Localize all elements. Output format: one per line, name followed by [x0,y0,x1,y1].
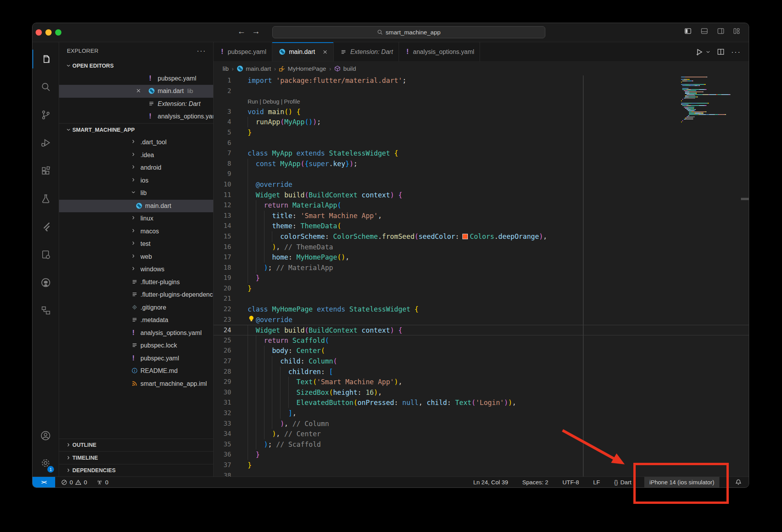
account-icon[interactable] [32,422,59,449]
encoding-status[interactable]: UTF-8 [561,479,581,485]
remote-indicator[interactable]: >< [32,477,55,487]
code-line-15[interactable]: 15colorScheme: ColorScheme.fromSeed(seed… [214,231,749,242]
code-line-10[interactable]: 10@override [214,179,749,190]
code-line-3[interactable]: 3void main() { [214,107,749,117]
code-line-27[interactable]: 27child: Column( [214,356,749,367]
tree-item--dart-tool[interactable]: .dart_tool [59,136,213,149]
code-line-25[interactable]: 25return Scaffold( [214,335,749,346]
tree-item-smart-machine-app-iml[interactable]: smart_machine_app.iml [59,378,213,390]
code-line-22[interactable]: 22class MyHomePage extends StatelessWidg… [214,304,749,315]
open-editors-section-header[interactable]: OPEN EDITORS [59,59,213,72]
tree-item-android[interactable]: android [59,161,213,174]
tree-item-ios[interactable]: ios [59,174,213,187]
forward-icon[interactable]: → [252,27,260,36]
sidebar-section-dependencies[interactable]: DEPENDENCIES [59,464,213,477]
eol-status[interactable]: LF [592,479,601,485]
device-selector-status[interactable]: iPhone 14 (ios simulator) [644,477,719,487]
indentation-status[interactable]: Spaces: 2 [521,479,550,485]
editor-layout-icon[interactable] [733,28,740,35]
code-line-2[interactable]: 2 [214,86,749,97]
color-swatch-deep-orange[interactable] [462,234,468,239]
close-window-button[interactable] [36,29,42,36]
open-editor-item[interactable]: main.dartlib [59,85,213,98]
tree-item--gitignore[interactable]: .gitignore [59,301,213,314]
chevron-down-icon[interactable] [706,50,710,54]
sidebar-section-timeline[interactable]: TIMELINE [59,451,213,464]
code-line-18[interactable]: 18); // MaterialApp [214,263,749,273]
code-line-35[interactable]: 35); // Scaffold [214,439,749,450]
cursor-position-status[interactable]: Ln 24, Col 39 [472,479,509,485]
code-line-28[interactable]: 28children: [ [214,367,749,377]
code-line-4[interactable]: 4runApp(MyApp()); [214,117,749,127]
tree-item-main-dart[interactable]: main.dart [59,200,213,213]
tree-item-readme-md[interactable]: README.md [59,365,213,378]
notifications-bell-icon[interactable] [731,479,746,485]
tree-item--idea[interactable]: .idea [59,149,213,162]
tree-item-pubspec-lock[interactable]: pubspec.lock [59,339,213,352]
extensions-icon[interactable] [32,157,59,185]
code-line-17[interactable]: 17home: MyHomePage(), [214,252,749,263]
scrollbar-thumb[interactable] [741,198,749,200]
code-line-9[interactable]: 9 [214,169,749,179]
editor-more-actions-icon[interactable]: ··· [731,48,741,56]
code-editor[interactable]: 1import 'package:flutter/material.dart';… [214,75,749,476]
code-line-38[interactable]: 38 [214,471,749,476]
code-line-7[interactable]: 7class MyApp extends StatelessWidget { [214,148,749,159]
sidebar-section-outline[interactable]: OUTLINE [59,439,213,451]
ports-status[interactable]: 0 [95,479,110,485]
zoom-window-button[interactable] [55,29,61,36]
code-line-1[interactable]: 1import 'package:flutter/material.dart'; [214,75,749,86]
tree-item-pubspec-yaml[interactable]: !pubspec.yaml [59,352,213,365]
run-or-debug-icon[interactable] [695,48,703,56]
run-debug-icon[interactable] [32,129,59,157]
tab-analysis-options-yaml[interactable]: !analysis_options.yaml [399,42,480,61]
close-icon[interactable] [136,88,141,93]
testing-icon[interactable] [32,185,59,213]
breadcrumb-item-lib[interactable]: lib [223,65,229,72]
settings-icon[interactable]: 1 [32,449,59,476]
lightbulb-icon[interactable] [248,315,256,322]
code-line-5[interactable]: 5} [214,127,749,138]
code-line-31[interactable]: 31ElevatedButton(onPressed: null, child:… [214,398,749,408]
breadcrumb-item-build[interactable]: build [334,65,356,72]
code-line-11[interactable]: 11Widget build(BuildContext context) { [214,190,749,201]
breadcrumb-item-main.dart[interactable]: main.dart [237,65,271,72]
open-editor-item[interactable]: !analysis_options.yaml [59,110,213,123]
command-center-search[interactable]: smart_machine_app [272,26,545,38]
panel-right-icon[interactable] [717,28,725,35]
code-line-37[interactable]: 37} [214,460,749,471]
code-line-19[interactable]: 19} [214,273,749,283]
tab-extension-dart[interactable]: Extension: Dart [334,42,399,61]
panel-bottom-icon[interactable] [700,28,708,35]
code-line-13[interactable]: 13title: 'Smart Machine App', [214,211,749,221]
back-icon[interactable]: ← [237,27,246,36]
code-line-34[interactable]: 34), // Center [214,429,749,439]
panel-left-icon[interactable] [684,28,692,35]
code-line-21[interactable]: 21 [214,294,749,304]
tree-item--metadata[interactable]: .metadata [59,314,213,327]
code-line-6[interactable]: 6 [214,138,749,149]
search-icon[interactable] [32,73,59,101]
tree-item-lib[interactable]: lib [59,187,213,200]
source-control-icon[interactable] [32,101,59,129]
code-line-30[interactable]: 30SizedBox(height: 16), [214,387,749,398]
code-line-12[interactable]: 12return MaterialApp( [214,200,749,211]
github-icon[interactable] [32,269,59,297]
project-manager-icon[interactable] [32,297,59,325]
tree-item--flutter-plugins[interactable]: .flutter-plugins [59,276,213,289]
code-line-26[interactable]: 26body: Center( [214,346,749,356]
code-line-20[interactable]: 20} [214,283,749,294]
code-line-33[interactable]: 33), // Column [214,419,749,429]
tree-item-web[interactable]: web [59,251,213,263]
tree-item-macos[interactable]: macos [59,225,213,238]
open-editor-item[interactable]: !pubspec.yaml [59,72,213,85]
tree-item--flutter-plugins-dependencies[interactable]: .flutter-plugins-dependencies [59,288,213,301]
open-editor-item[interactable]: Extension: Dart [59,98,213,111]
tree-item-windows[interactable]: windows [59,263,213,276]
flutter-icon[interactable] [32,213,59,241]
project-section-header[interactable]: SMART_MACHINE_APP [59,124,213,136]
code-line-16[interactable]: 16), // ThemeData [214,242,749,253]
breadcrumb-item-myhomepage[interactable]: MyHomePage [279,65,326,72]
code-line-36[interactable]: 36} [214,450,749,460]
code-line-23[interactable]: 23@override [214,315,749,325]
